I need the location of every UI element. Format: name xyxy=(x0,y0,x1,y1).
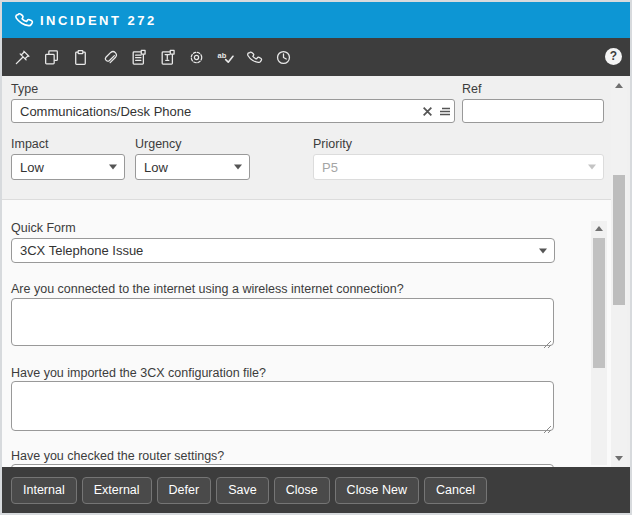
incident-phone-icon xyxy=(14,10,34,30)
help-button[interactable]: ? xyxy=(605,48,622,65)
attachment-icon[interactable] xyxy=(100,48,119,67)
close-button[interactable]: Close xyxy=(274,477,330,504)
external-button[interactable]: External xyxy=(82,477,152,504)
page-title: INCIDENT 272 xyxy=(40,13,157,28)
type-input[interactable] xyxy=(11,99,455,123)
chevron-down-icon xyxy=(539,248,547,253)
clear-type-icon[interactable] xyxy=(422,103,433,121)
form-area: Type Ref Impact Low Urgency Low Priority… xyxy=(2,76,630,467)
question-2-label: Have you imported the 3CX configuration … xyxy=(11,366,266,380)
cancel-button[interactable]: Cancel xyxy=(424,477,487,504)
pin-icon[interactable] xyxy=(13,48,32,67)
defer-button[interactable]: Defer xyxy=(157,477,212,504)
copy-icon[interactable] xyxy=(42,48,61,67)
paste-icon[interactable] xyxy=(71,48,90,67)
type-label: Type xyxy=(11,82,38,96)
question-2-textarea[interactable] xyxy=(11,381,554,431)
internal-button[interactable]: Internal xyxy=(11,477,77,504)
question-1-textarea[interactable] xyxy=(11,298,554,346)
scroll-down-icon[interactable] xyxy=(611,451,627,465)
quick-form-panel: Quick Form 3CX Telephone Issue Are you c… xyxy=(2,199,611,467)
urgency-label: Urgency xyxy=(135,137,182,151)
priority-select: P5 xyxy=(313,154,604,180)
chevron-down-icon xyxy=(588,165,596,170)
chevron-down-icon xyxy=(109,165,117,170)
quick-form-select[interactable]: 3CX Telephone Issue xyxy=(11,238,555,263)
incident-window: INCIDENT 272 ab ? xyxy=(0,0,632,515)
ref-label: Ref xyxy=(462,82,481,96)
type-list-icon[interactable] xyxy=(439,103,451,121)
action-bar: Internal External Defer Save Close Close… xyxy=(2,467,630,513)
inner-scroll-thumb[interactable] xyxy=(593,238,605,368)
question-3-textarea[interactable] xyxy=(11,464,554,467)
impact-select[interactable]: Low xyxy=(11,154,125,180)
settings-icon[interactable] xyxy=(187,48,206,67)
title-bar: INCIDENT 272 xyxy=(2,2,630,38)
priority-value: P5 xyxy=(322,160,338,175)
svg-text:ab: ab xyxy=(218,51,227,60)
outer-scroll-thumb[interactable] xyxy=(613,175,625,305)
quick-form-value: 3CX Telephone Issue xyxy=(20,243,143,258)
toolbar: ab ? xyxy=(2,38,630,76)
impact-value: Low xyxy=(20,160,44,175)
quick-form-label: Quick Form xyxy=(11,221,76,235)
impact-label: Impact xyxy=(11,137,49,151)
pinned-note-icon[interactable] xyxy=(158,48,177,67)
inner-scrollbar[interactable] xyxy=(591,221,607,465)
scroll-up-icon[interactable] xyxy=(591,221,607,235)
outer-scrollbar[interactable] xyxy=(611,76,627,467)
history-icon[interactable] xyxy=(274,48,293,67)
spellcheck-icon[interactable]: ab xyxy=(216,48,235,67)
close-new-button[interactable]: Close New xyxy=(335,477,419,504)
urgency-select[interactable]: Low xyxy=(135,154,250,180)
question-1-label: Are you connected to the internet using … xyxy=(11,282,404,296)
ref-input[interactable] xyxy=(462,99,604,123)
chevron-down-icon xyxy=(234,165,242,170)
priority-label: Priority xyxy=(313,137,352,151)
phone-icon[interactable] xyxy=(245,48,264,67)
save-button[interactable]: Save xyxy=(216,477,269,504)
scroll-up-icon[interactable] xyxy=(611,78,627,92)
notes-icon[interactable] xyxy=(129,48,148,67)
question-3-label: Have you checked the router settings? xyxy=(11,449,224,463)
urgency-value: Low xyxy=(144,160,168,175)
